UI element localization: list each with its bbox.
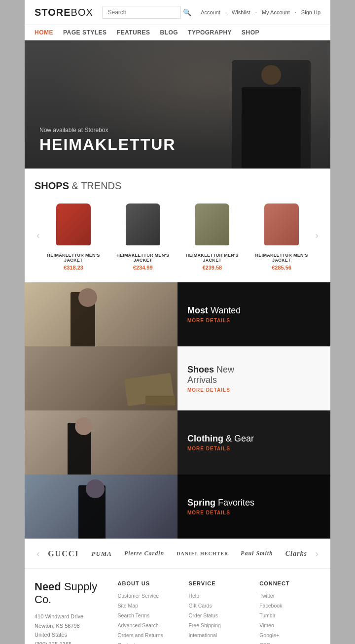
footer-connect-title: CONNECT: [259, 580, 320, 586]
product-image: [42, 200, 106, 249]
footer-service: SERVICE Help Gift Cards Order Status Fre…: [188, 580, 249, 644]
brand-paul-smith: Paul Smith: [241, 550, 273, 557]
header: STOREBOX 🔍 Account · Wishlist · My Accou…: [25, 0, 330, 25]
jacket-icon: [195, 203, 229, 245]
product-name: HEIMAKLETTUR MEN'S JACKET: [180, 253, 244, 263]
brands-list: GUCCI PUMA Pierre Cardin DANIEL HECHTER …: [42, 549, 314, 558]
featured-cell-shoes: Shoes NewArrivals MORE DETAILS: [178, 346, 330, 410]
featured-shoes-title: Shoes NewArrivals: [187, 365, 320, 385]
brand-puma: PUMA: [91, 550, 112, 558]
carousel-next[interactable]: ›: [313, 230, 320, 241]
product-image: [180, 200, 244, 249]
brand-pierre-cardin: Pierre Cardin: [124, 550, 164, 557]
brands-prev[interactable]: ‹: [35, 548, 42, 559]
account-link[interactable]: Account: [201, 9, 220, 15]
shops-trends-title: SHOPS & TRENDS: [35, 180, 320, 192]
brands-next[interactable]: ›: [313, 548, 320, 559]
featured-clothing-title: Clothing & Gear: [187, 434, 320, 444]
footer-service-title: SERVICE: [188, 580, 249, 586]
brand-clarks: Clarks: [285, 550, 307, 558]
product-card: HEIMAKLETTUR MEN'S JACKET €234.99: [111, 200, 175, 271]
my-account-link[interactable]: My Account: [262, 9, 290, 15]
search-input[interactable]: [102, 6, 181, 19]
brand-daniel-hechter: DANIEL HECHTER: [177, 551, 228, 556]
nav-item-typography[interactable]: TYPOGRAPHY: [188, 29, 232, 36]
products-carousel: ‹ HEIMAKLETTUR MEN'S JACKET €318.23 HEIM…: [35, 200, 320, 271]
footer-link-order-status[interactable]: Order Status: [188, 611, 249, 621]
product-name: HEIMAKLETTUR MEN'S JACKET: [250, 253, 314, 263]
product-price: €285.56: [250, 265, 314, 271]
footer-link-search-terms[interactable]: Search Terms: [118, 611, 179, 621]
featured-cell-woman2: [25, 410, 178, 475]
carousel-prev[interactable]: ‹: [35, 230, 42, 241]
footer-link-contact[interactable]: Contact: [118, 641, 179, 644]
nav-item-blog[interactable]: BLOG: [160, 29, 178, 36]
product-card: HEIMAKLETTUR MEN'S JACKET €239.58: [180, 200, 244, 271]
search-button[interactable]: 🔍: [183, 8, 191, 16]
logo: STOREBOX: [35, 7, 93, 18]
jacket-icon: [56, 203, 91, 245]
product-image: [111, 200, 175, 249]
nav-item-features[interactable]: FEATURES: [117, 29, 150, 36]
footer-connect: CONNECT Twitter Facebook Tumblr Vimeo Go…: [259, 580, 320, 644]
footer-link-gift-cards[interactable]: Gift Cards: [188, 601, 249, 611]
footer-link-orders[interactable]: Orders and Returns: [118, 631, 179, 641]
footer-link-googleplus[interactable]: Google+: [259, 631, 320, 641]
product-image: [250, 200, 314, 249]
footer-link-vimeo[interactable]: Vimeo: [259, 621, 320, 631]
product-card: HEIMAKLETTUR MEN'S JACKET €318.23: [42, 200, 106, 271]
footer-brand: Need Supply Co. 410 Windward Drive Newto…: [35, 580, 108, 644]
brands-section: ‹ GUCCI PUMA Pierre Cardin DANIEL HECHTE…: [25, 539, 330, 568]
jacket-icon: [264, 203, 299, 245]
footer-link-facebook[interactable]: Facebook: [259, 601, 320, 611]
product-name: HEIMAKLETTUR MEN'S JACKET: [111, 253, 175, 263]
product-price: €239.58: [180, 265, 244, 271]
footer-link-free-shipping[interactable]: Free Shipping: [188, 621, 249, 631]
spring-link[interactable]: MORE DETAILS: [187, 510, 320, 515]
footer: Need Supply Co. 410 Windward Drive Newto…: [25, 568, 330, 644]
nav-item-shop[interactable]: SHOP: [242, 29, 259, 36]
footer-link-twitter[interactable]: Twitter: [259, 591, 320, 601]
nav-item-page-styles[interactable]: PAGE STYLES: [63, 29, 107, 36]
footer-link-rss[interactable]: RSS: [259, 641, 320, 644]
brand-gucci: GUCCI: [48, 549, 79, 558]
jacket-icon: [126, 203, 160, 245]
footer-link-site-map[interactable]: Site Map: [118, 601, 179, 611]
footer-link-tumblr[interactable]: Tumblr: [259, 611, 320, 621]
featured-most-wanted-title: Most Wanted: [187, 305, 320, 316]
footer-brand-name: Need Supply Co.: [35, 580, 108, 606]
wishlist-link[interactable]: Wishlist: [232, 9, 250, 15]
header-right: Account · Wishlist · My Account · Sign U…: [201, 9, 320, 15]
footer-link-international[interactable]: International: [188, 631, 249, 641]
hero-text: Now available at Storebox HEIMAKLETTUR: [39, 127, 176, 154]
hero-banner: Now available at Storebox HEIMAKLETTUR: [25, 40, 330, 169]
featured-cell-photo-woman: [25, 282, 178, 346]
search-wrap: 🔍: [102, 6, 191, 19]
products-grid: HEIMAKLETTUR MEN'S JACKET €318.23 HEIMAK…: [42, 200, 314, 271]
featured-cell-most-wanted: Most Wanted MORE DETAILS: [178, 282, 330, 346]
product-price: €318.23: [42, 265, 106, 271]
product-name: HEIMAKLETTUR MEN'S JACKET: [42, 253, 106, 263]
footer-about-us: ABOUT US Customer Service Site Map Searc…: [118, 580, 179, 644]
clothing-link[interactable]: MORE DETAILS: [187, 446, 320, 451]
footer-address: 410 Windward Drive Newton, KS 56798 Unit…: [35, 612, 108, 644]
featured-cell-spring: Spring Favorites MORE DETAILS: [178, 475, 330, 539]
footer-top: Need Supply Co. 410 Windward Drive Newto…: [35, 580, 320, 644]
product-card: HEIMAKLETTUR MEN'S JACKET €285.56: [250, 200, 314, 271]
footer-link-advanced-search[interactable]: Advanced Search: [118, 621, 179, 631]
sign-up-link[interactable]: Sign Up: [301, 9, 320, 15]
most-wanted-link[interactable]: MORE DETAILS: [187, 318, 320, 323]
hero-subtitle: Now available at Storebox: [39, 127, 176, 134]
shoes-link[interactable]: MORE DETAILS: [187, 387, 320, 393]
hero-title: HEIMAKLETTUR: [39, 136, 176, 154]
footer-link-help[interactable]: Help: [188, 591, 249, 601]
featured-spring-title: Spring Favorites: [187, 498, 320, 508]
nav-item-home[interactable]: HOME: [35, 29, 53, 36]
featured-cell-clothing: Clothing & Gear MORE DETAILS: [178, 410, 330, 475]
product-price: €234.99: [111, 265, 175, 271]
main-nav: HOME PAGE STYLES FEATURES BLOG TYPOGRAPH…: [25, 25, 330, 40]
footer-link-customer-service[interactable]: Customer Service: [118, 591, 179, 601]
featured-cell-man: [25, 475, 178, 539]
featured-section: Most Wanted MORE DETAILS Shoes NewArriva…: [25, 282, 330, 539]
shops-trends-section: SHOPS & TRENDS ‹ HEIMAKLETTUR MEN'S JACK…: [25, 169, 330, 282]
